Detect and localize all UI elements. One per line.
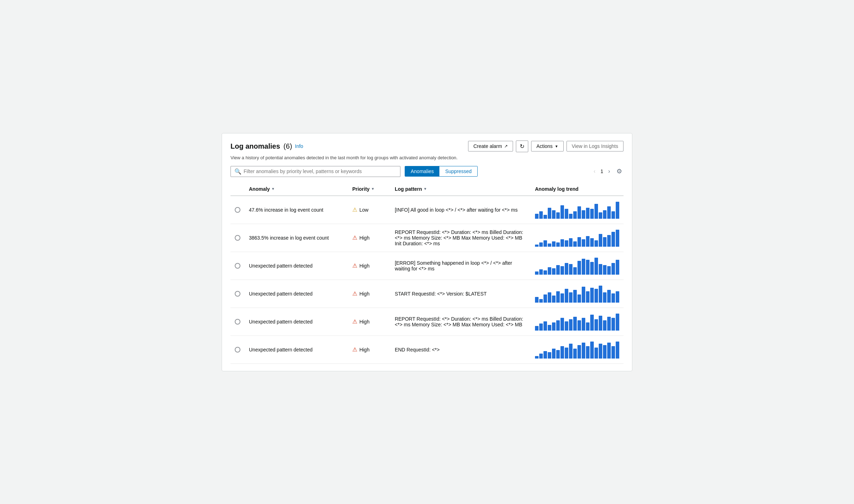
chart-bar xyxy=(577,320,581,331)
th-trend: Anomaly log trend xyxy=(531,183,624,196)
chart-bar xyxy=(611,263,615,275)
high-priority-icon: ⚠ xyxy=(352,346,357,353)
chart-bar xyxy=(535,356,539,359)
chart-bar xyxy=(607,290,611,302)
log-anomalies-panel: Log anomalies (6) Info Create alarm ↗ ↻ … xyxy=(222,133,632,371)
row-select-radio[interactable] xyxy=(235,207,240,213)
chart-bar xyxy=(543,270,547,275)
chart-bar xyxy=(586,236,590,247)
chart-bar xyxy=(560,318,564,330)
sort-icon-anomaly: ▼ xyxy=(271,187,275,191)
low-priority-icon: ⚠ xyxy=(352,206,357,213)
chart-bar xyxy=(582,318,585,330)
chevron-down-icon: ▼ xyxy=(555,144,558,148)
chart-bar xyxy=(573,317,577,330)
chart-bar xyxy=(543,351,547,359)
priority-cell: ⚠High xyxy=(348,252,391,280)
chart-bar xyxy=(603,265,607,275)
chart-bar xyxy=(539,323,543,330)
chart-bar xyxy=(590,262,594,275)
priority-cell: ⚠High xyxy=(348,336,391,363)
search-box[interactable]: 🔍 xyxy=(230,166,400,177)
priority-label: High xyxy=(359,319,370,325)
chart-bar xyxy=(552,322,556,330)
create-alarm-label: Create alarm xyxy=(473,143,502,149)
mini-bar-chart xyxy=(535,313,619,331)
chart-bar xyxy=(539,299,543,303)
tab-suppressed[interactable]: Suppressed xyxy=(439,166,477,176)
create-alarm-button[interactable]: Create alarm ↗ xyxy=(468,141,513,151)
log-pattern-cell: [INFO] All good in loop <*> / <*> after … xyxy=(391,196,531,224)
th-priority[interactable]: Priority ▼ xyxy=(348,183,391,196)
chart-bar xyxy=(565,240,568,247)
tab-anomalies[interactable]: Anomalies xyxy=(405,166,439,176)
chart-bar xyxy=(569,238,573,247)
chart-bar xyxy=(539,269,543,275)
view-logs-insights-button[interactable]: View in Logs Insights xyxy=(567,141,624,151)
priority-label: Low xyxy=(359,207,369,213)
chart-bar xyxy=(560,266,564,275)
chart-bar xyxy=(556,320,560,331)
row-select-radio[interactable] xyxy=(235,319,240,325)
row-select-radio[interactable] xyxy=(235,347,240,353)
table-row: 3863.5% increase in log event count⚠High… xyxy=(230,224,624,252)
row-select-radio[interactable] xyxy=(235,263,240,269)
next-page-button[interactable]: › xyxy=(606,167,612,176)
chart-bar xyxy=(582,210,585,219)
chart-bar xyxy=(594,240,598,247)
trend-cell xyxy=(531,224,624,252)
priority-label: High xyxy=(359,235,370,241)
row-select-radio[interactable] xyxy=(235,291,240,297)
chart-bar xyxy=(569,344,573,358)
chart-bar xyxy=(573,349,577,358)
chart-bar xyxy=(590,238,594,247)
page-number: 1 xyxy=(600,168,603,174)
chart-bar xyxy=(552,296,556,302)
chart-bar xyxy=(535,214,539,219)
chart-bar xyxy=(611,346,615,358)
chart-bar xyxy=(548,208,551,219)
high-priority-icon: ⚠ xyxy=(352,290,357,297)
chart-bar xyxy=(552,241,556,247)
chart-bar xyxy=(594,319,598,331)
radio-cell xyxy=(230,336,245,363)
trend-cell xyxy=(531,280,624,308)
mini-bar-chart xyxy=(535,341,619,359)
high-priority-icon: ⚠ xyxy=(352,234,357,241)
chart-bar xyxy=(560,293,564,303)
th-select xyxy=(230,183,245,196)
chart-bar xyxy=(611,232,615,247)
chart-bar xyxy=(573,241,577,247)
chart-bar xyxy=(599,316,602,331)
info-link[interactable]: Info xyxy=(295,143,303,149)
table-settings-button[interactable]: ⚙ xyxy=(615,166,624,177)
chart-bar xyxy=(535,245,539,247)
mini-bar-chart xyxy=(535,229,619,247)
table-header-row: Anomaly ▼ Priority ▼ Log pattern ▼ xyxy=(230,183,624,196)
prev-page-button[interactable]: ‹ xyxy=(592,167,598,176)
radio-cell xyxy=(230,224,245,252)
actions-button[interactable]: Actions ▼ xyxy=(531,141,564,151)
anomaly-cell: 47.6% increase in log event count xyxy=(245,196,348,224)
table-row: 47.6% increase in log event count⚠Low[IN… xyxy=(230,196,624,224)
row-select-radio[interactable] xyxy=(235,235,240,241)
chart-bar xyxy=(599,264,602,275)
priority-cell: ⚠Low xyxy=(348,196,391,224)
page-title: Log anomalies (6) xyxy=(230,142,292,150)
anomaly-cell: Unexpected pattern detected xyxy=(245,336,348,363)
chart-bar xyxy=(569,214,573,219)
chart-bar xyxy=(577,345,581,359)
chart-bar xyxy=(539,242,543,247)
chart-bar xyxy=(539,211,543,219)
refresh-button[interactable]: ↻ xyxy=(516,141,528,152)
chart-bar xyxy=(573,267,577,275)
th-anomaly[interactable]: Anomaly ▼ xyxy=(245,183,348,196)
refresh-icon: ↻ xyxy=(520,143,524,150)
log-pattern-cell: [ERROR] Something happened in loop <*> /… xyxy=(391,252,531,280)
search-input[interactable] xyxy=(244,168,397,174)
chart-bar xyxy=(607,317,611,330)
trend-cell xyxy=(531,252,624,280)
th-log-pattern[interactable]: Log pattern ▼ xyxy=(391,183,531,196)
chart-bar xyxy=(569,264,573,275)
chart-bar xyxy=(616,291,619,303)
